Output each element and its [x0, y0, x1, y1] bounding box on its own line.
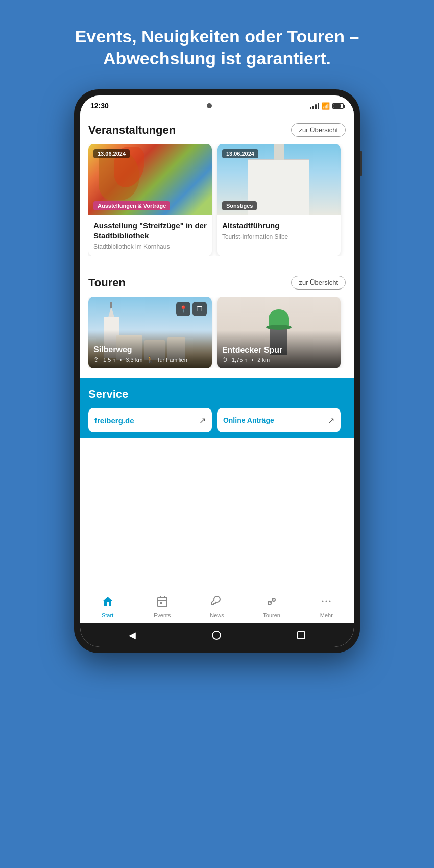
- nav-item-mehr[interactable]: Mehr: [311, 595, 342, 618]
- news-icon: [211, 595, 223, 611]
- recents-btn[interactable]: [297, 631, 305, 639]
- service-card-1[interactable]: freiberg.de ↗: [88, 408, 212, 432]
- svg-rect-4: [160, 602, 162, 604]
- nav-item-events[interactable]: Events: [147, 595, 178, 618]
- service-title: Service: [88, 388, 346, 401]
- svg-point-8: [322, 601, 324, 602]
- phone-content[interactable]: Veranstaltungen zur Übersicht 13.06.2024…: [80, 114, 354, 591]
- event-card-2-body: Altstadtführung Tourist-Information Silb…: [217, 215, 341, 247]
- touren-icon: [266, 595, 278, 611]
- service-card-2[interactable]: Online Anträge ↗: [217, 408, 341, 432]
- battery-icon: [332, 103, 344, 109]
- events-cards-row: 13.06.2024 Ausstellungen & Vorträge Auss…: [88, 144, 346, 256]
- event-card-2-location: Tourist-Information Silbe: [222, 233, 335, 240]
- nav-touren-label: Touren: [263, 612, 280, 618]
- event-card-2[interactable]: 13.06.2024 Sonstiges Altstadtführung Tou…: [217, 144, 341, 256]
- event-card-2-image: 13.06.2024 Sonstiges: [217, 144, 341, 215]
- status-bar: 12:30 📶: [80, 95, 354, 114]
- tour-family-icon: 🚶: [147, 356, 154, 363]
- nav-mehr-label: Mehr: [320, 612, 333, 618]
- events-section-header: Veranstaltungen zur Übersicht: [88, 123, 346, 137]
- event-card-1-date: 13.06.2024: [93, 149, 130, 158]
- nav-news-label: News: [210, 612, 224, 618]
- tours-cards-row: 📍 ❐ Silberweg ⏱ 1,5 h • 3,3 km: [88, 297, 346, 368]
- event-card-2-category: Sonstiges: [222, 201, 257, 210]
- event-card-1-category: Ausstellungen & Vorträge: [93, 201, 170, 210]
- tour-card-2[interactable]: Entdecker Spur ⏱ 1,75 h • 2 km: [217, 297, 341, 368]
- service-section: Service freiberg.de ↗ Online Anträge ↗: [80, 378, 354, 438]
- tour-card-1-name: Silberweg: [93, 345, 207, 354]
- tour-duration-icon: ⏱: [93, 357, 99, 363]
- nav-start-label: Start: [102, 612, 113, 618]
- tour-map-icon[interactable]: 📍: [176, 302, 190, 316]
- nav-item-news[interactable]: News: [202, 595, 232, 618]
- wifi-icon: 📶: [322, 102, 330, 110]
- status-time: 12:30: [90, 102, 109, 110]
- nav-item-start[interactable]: Start: [92, 595, 123, 618]
- tour-card-1-meta: ⏱ 1,5 h • 3,3 km 🚶 für Familien: [93, 356, 207, 363]
- event-card-1[interactable]: 13.06.2024 Ausstellungen & Vorträge Auss…: [88, 144, 212, 256]
- event-card-1-image: 13.06.2024 Ausstellungen & Vorträge: [88, 144, 212, 215]
- tour-qr-icon[interactable]: ❐: [192, 302, 207, 316]
- camera-dot: [207, 103, 212, 108]
- phone-screen: 12:30 📶 Veranstaltungen: [80, 95, 354, 647]
- svg-rect-0: [158, 597, 167, 607]
- tours-section: Touren zur Übersicht: [80, 267, 354, 373]
- tour-card-2-name: Entdecker Spur: [222, 346, 335, 355]
- service-card-2-label: Online Anträge: [223, 416, 274, 424]
- status-icons: 📶: [310, 102, 344, 110]
- tour-card-1-type: für Familien: [158, 357, 187, 363]
- events-overview-btn[interactable]: zur Übersicht: [291, 123, 346, 137]
- tour-card-2-duration: 1,75 h: [232, 357, 248, 363]
- event-card-1-title: Ausstellung "Streifzüge" in der Stadtbib…: [93, 221, 207, 240]
- event-card-1-body: Ausstellung "Streifzüge" in der Stadtbib…: [88, 215, 212, 256]
- external-link-icon-1: ↗: [199, 416, 206, 425]
- svg-point-10: [329, 601, 331, 602]
- tours-overview-btn[interactable]: zur Übersicht: [291, 276, 346, 290]
- tour2-dot-icon: •: [252, 357, 254, 363]
- tour-card-2-meta: ⏱ 1,75 h • 2 km: [222, 357, 335, 363]
- tour-card-1-overlay: Silberweg ⏱ 1,5 h • 3,3 km 🚶 für Familie…: [88, 330, 212, 368]
- bottom-nav: Start Events: [80, 591, 354, 623]
- building-decoration: [248, 159, 309, 215]
- event-card-2-date: 13.06.2024: [222, 149, 258, 158]
- home-icon: [102, 595, 114, 611]
- home-btn[interactable]: [212, 631, 221, 640]
- service-card-1-label: freiberg.de: [94, 416, 134, 425]
- tour-dot-icon: •: [119, 357, 122, 363]
- system-nav-bar: ◀: [80, 623, 354, 647]
- tour-card-1[interactable]: 📍 ❐ Silberweg ⏱ 1,5 h • 3,3 km: [88, 297, 212, 368]
- tour-card-2-distance: 2 km: [257, 357, 270, 363]
- tour-card-1-icons: 📍 ❐: [176, 302, 207, 316]
- events-title: Veranstaltungen: [88, 124, 176, 137]
- nav-item-touren[interactable]: Touren: [256, 595, 287, 618]
- events-icon: [156, 595, 168, 611]
- tours-section-header: Touren zur Übersicht: [88, 276, 346, 290]
- tour-card-1-distance: 3,3 km: [126, 357, 142, 363]
- service-cards-row: freiberg.de ↗ Online Anträge ↗: [88, 408, 346, 432]
- phone-volume-btn: [360, 151, 362, 176]
- signal-icon: [310, 102, 319, 109]
- mehr-icon: [320, 595, 332, 611]
- external-link-icon-2: ↗: [328, 416, 334, 425]
- svg-point-9: [326, 601, 327, 602]
- tours-title: Touren: [88, 276, 126, 290]
- event-card-2-title: Altstadtführung: [222, 221, 335, 231]
- events-section: Veranstaltungen zur Übersicht 13.06.2024…: [80, 114, 354, 261]
- back-btn[interactable]: ◀: [129, 630, 136, 641]
- tour-card-1-image: 📍 ❐ Silberweg ⏱ 1,5 h • 3,3 km: [88, 297, 212, 368]
- tour-card-2-overlay: Entdecker Spur ⏱ 1,75 h • 2 km: [217, 330, 341, 368]
- tour2-duration-icon: ⏱: [222, 357, 228, 363]
- event-card-1-location: Stadtbibliothek im Kornhaus: [93, 243, 207, 250]
- phone-device: 12:30 📶 Veranstaltungen: [74, 89, 360, 653]
- tour-card-1-duration: 1,5 h: [103, 357, 115, 363]
- nav-events-label: Events: [154, 612, 171, 618]
- child-hat: [269, 309, 289, 327]
- hero-title: Events, Neuigkeiten oder Touren – Abwech…: [0, 0, 434, 89]
- tour-card-2-image: Entdecker Spur ⏱ 1,75 h • 2 km: [217, 297, 341, 368]
